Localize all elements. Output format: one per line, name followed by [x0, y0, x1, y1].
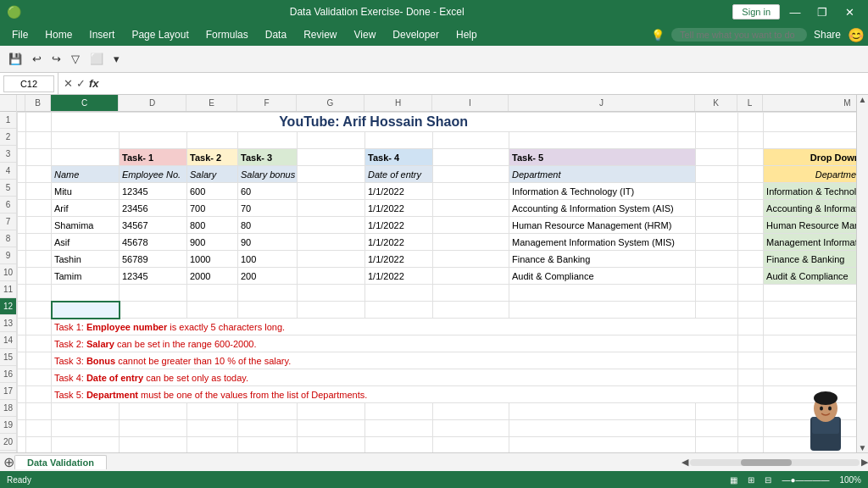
menu-formulas[interactable]: Formulas [198, 26, 257, 43]
confirm-icon[interactable]: ✓ [76, 77, 86, 90]
cell-name-0[interactable]: Mitu [52, 183, 120, 200]
row-5: 5 [0, 180, 16, 197]
cell-dept-5[interactable]: Audit & Compliance [509, 268, 696, 285]
row-2 [18, 132, 857, 149]
menu-file[interactable]: File [3, 26, 36, 43]
cell-empno-2[interactable]: 34567 [120, 217, 187, 234]
cell-bonus-4[interactable]: 100 [238, 251, 298, 268]
scroll-up-button[interactable]: ▲ [859, 95, 867, 104]
menu-insert[interactable]: Insert [81, 26, 123, 43]
menu-review[interactable]: Review [295, 26, 345, 43]
cell-empno-3[interactable]: 45678 [120, 234, 187, 251]
view-button[interactable]: ⬜ [86, 51, 107, 67]
cell-dept-0[interactable]: Information & Technology (IT) [509, 183, 696, 200]
selected-cell-c12[interactable] [52, 302, 120, 319]
sign-in-button[interactable]: Sign in [732, 4, 780, 19]
dept-item-4: Finance & Banking [764, 251, 856, 268]
cell-date-0[interactable]: 1/1/2022 [365, 183, 433, 200]
formula-input[interactable] [104, 73, 868, 94]
cell-bonus-1[interactable]: 70 [238, 200, 298, 217]
cancel-icon[interactable]: ✕ [64, 77, 73, 90]
cell-bonus-5[interactable]: 200 [238, 268, 298, 285]
menu-view[interactable]: View [346, 26, 385, 43]
menu-page-layout[interactable]: Page Layout [123, 26, 197, 43]
row-9: 9 [0, 247, 16, 264]
col-header-select [17, 95, 25, 111]
tell-me-input[interactable] [671, 28, 807, 42]
task1-header: Task- 1 [120, 149, 187, 166]
cell-date-4[interactable]: 1/1/2022 [365, 251, 433, 268]
cell-bonus-3[interactable]: 90 [238, 234, 298, 251]
toolbar-more[interactable]: ▾ [110, 51, 123, 67]
cell-salary-0[interactable]: 600 [187, 183, 238, 200]
close-button[interactable]: ✕ [837, 0, 861, 24]
cell-empno-5[interactable]: 12345 [120, 268, 187, 285]
save-button[interactable]: 💾 [5, 51, 25, 67]
filter-button[interactable]: ▽ [68, 51, 83, 67]
cell-name-3[interactable]: Asif [52, 234, 120, 251]
view-normal[interactable]: ▦ [730, 475, 737, 485]
scroll-right-button[interactable]: ▶ [861, 457, 868, 468]
cell-salary-2[interactable]: 800 [187, 217, 238, 234]
col-header-j[interactable]: J [509, 95, 695, 111]
col-header-l[interactable]: L [737, 95, 763, 111]
cell-name-5[interactable]: Tamim [52, 268, 120, 285]
col-header-d[interactable]: D [119, 95, 186, 111]
cell-date-5[interactable]: 1/1/2022 [365, 268, 433, 285]
menu-developer[interactable]: Developer [384, 26, 448, 43]
menu-bar: File Home Insert Page Layout Formulas Da… [0, 24, 868, 46]
cell-dept-3[interactable]: Management Information System (MIS) [509, 234, 696, 251]
cell-salary-4[interactable]: 1000 [187, 251, 238, 268]
cell-empno-0[interactable]: 12345 [120, 183, 187, 200]
fx-icon[interactable]: fx [89, 77, 99, 90]
row-1: 1 [0, 112, 16, 129]
row-11: 11 [0, 281, 16, 298]
col-header-e[interactable]: E [186, 95, 237, 111]
horizontal-scrollbar[interactable] [690, 459, 860, 466]
cell-name-4[interactable]: Tashin [52, 251, 120, 268]
view-page[interactable]: ⊞ [748, 475, 754, 485]
cell-dept-1[interactable]: Accounting & Information System (AIS) [509, 200, 696, 217]
cell-salary-5[interactable]: 2000 [187, 268, 238, 285]
menu-help[interactable]: Help [448, 26, 486, 43]
view-break[interactable]: ⊟ [765, 475, 771, 485]
cell-date-1[interactable]: 1/1/2022 [365, 200, 433, 217]
col-header-b[interactable]: B [25, 95, 51, 111]
minimize-button[interactable]: — [783, 0, 807, 24]
sheet-tab-data-validation[interactable]: Data Validation [14, 455, 107, 469]
col-header-c[interactable]: C [51, 95, 119, 111]
col-header-g[interactable]: G [297, 95, 364, 111]
cell-dept-4[interactable]: Finance & Banking [509, 251, 696, 268]
row-6: 6 [0, 197, 16, 214]
row-17-task5: Task 5: Department must be one of the va… [18, 386, 857, 403]
cell-dept-2[interactable]: Human Resource Management (HRM) [509, 217, 696, 234]
cell-empno-1[interactable]: 23456 [120, 200, 187, 217]
restore-button[interactable]: ❐ [810, 0, 834, 24]
col-header-i[interactable]: I [432, 95, 509, 111]
scroll-down-button[interactable]: ▼ [859, 443, 867, 452]
cell-reference[interactable]: C12 [3, 75, 54, 92]
menu-data[interactable]: Data [257, 26, 295, 43]
col-header-f[interactable]: F [237, 95, 297, 111]
share-button[interactable]: Share [814, 29, 841, 41]
cell-date-3[interactable]: 1/1/2022 [365, 234, 433, 251]
cell-empno-4[interactable]: 56789 [120, 251, 187, 268]
row-17: 17 [0, 383, 16, 400]
add-sheet-button[interactable]: ⊕ [3, 454, 14, 470]
zoom-slider[interactable]: —●———— [782, 475, 829, 485]
user-icon: 😊 [848, 27, 865, 43]
cell-bonus-0[interactable]: 60 [238, 183, 298, 200]
cell-name-1[interactable]: Arif [52, 200, 120, 217]
undo-button[interactable]: ↩ [29, 51, 45, 67]
col-header-m[interactable]: M [763, 95, 856, 111]
menu-home[interactable]: Home [36, 26, 81, 43]
scroll-left-button[interactable]: ◀ [682, 457, 688, 468]
col-header-h[interactable]: H [364, 95, 432, 111]
redo-button[interactable]: ↪ [48, 51, 64, 67]
cell-date-2[interactable]: 1/1/2022 [365, 217, 433, 234]
cell-salary-1[interactable]: 700 [187, 200, 238, 217]
col-header-k[interactable]: K [695, 95, 737, 111]
cell-name-2[interactable]: Shamima [52, 217, 120, 234]
cell-salary-3[interactable]: 900 [187, 234, 238, 251]
cell-bonus-2[interactable]: 80 [238, 217, 298, 234]
